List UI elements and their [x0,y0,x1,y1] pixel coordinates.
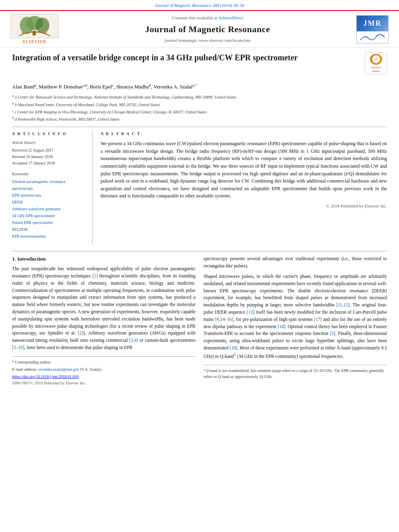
keyword-1: Electron paramagnetic resonance spectros… [12,178,86,192]
introduction-left-column: 1. Introduction The past sesquidecade ha… [12,255,195,386]
ref-13[interactable]: [13] [247,310,254,314]
elsevier-logo-image [10,14,59,38]
keyword-link-1[interactable]: Electron paramagnetic resonance spectros… [12,179,66,191]
ref-11-12[interactable]: [11,12] [336,302,350,307]
keyword-link-4[interactable]: Arbitrary waveform generator [12,207,61,211]
svg-point-6 [44,31,47,33]
copyright-footer: 1090-7807/© 2018 Published by Elsevier I… [12,380,195,386]
ref-5-10[interactable]: [5–10] [12,345,25,350]
introduction-heading: 1. Introduction [12,255,195,263]
journal-header-center: Contents lists available at ScienceDirec… [63,15,352,44]
abstract-column: A B S T R A C T We present a 34 GHz cont… [101,131,387,245]
check-circle-icon: ✓ [370,54,382,64]
intro-right-paragraph-2: Shaped microwave pulses, in which the ca… [204,273,387,360]
ref-19[interactable]: [19] [230,345,237,350]
sciencedirect-prefix: Contents lists available at [172,15,217,20]
keyword-link-3[interactable]: DEER [12,200,23,204]
footnote-area-right: ¹ Q band is not standardized, but common… [204,365,387,380]
keywords-list: Electron paramagnetic resonance spectros… [12,178,86,240]
ref-2[interactable]: [2] [78,331,83,335]
article-container: Integration of a versatile bridge concep… [0,47,399,394]
sciencedirect-line: Contents lists available at ScienceDirec… [67,15,348,21]
article-history-group: Article history: Received 25 August 2017… [12,140,86,166]
abstract-text: We present a 34 GHz continuous wave (CW)… [101,140,387,200]
ref-1[interactable]: [1] [93,273,98,278]
affiliation-a: a a Center for Nanoscale Science and Tec… [12,94,387,100]
abstract-label: A B S T R A C T [101,131,387,137]
keyword-link-8[interactable]: EPR instrumentation [12,234,46,238]
doi-link[interactable]: https://doi.org/10.1016/j.jmr.2018.01.01… [12,374,195,380]
keyword-link-2[interactable]: EPR spectroscopy [12,193,41,197]
revised-date: Revised 16 January 2018 [12,154,86,160]
journal-banner: Journal of Magnetic Resonance 288 (2018)… [0,0,399,11]
ref-18[interactable]: [18] [278,324,285,329]
jmr-logo-bottom [357,31,388,43]
svg-point-3 [35,18,49,33]
jmr-logo-area: JMR [352,15,393,43]
jmr-logo-top: JMR [357,16,388,31]
article-info-column: A R T I C L E I N F O Article history: R… [12,131,93,245]
check-circle-inner: ✓ [372,55,380,63]
svg-rect-4 [33,31,36,35]
journal-header: ELSEVIER Contents lists available at Sci… [0,11,399,48]
keyword-5: 34 GHz EPR spectrometer [12,212,86,219]
keyword-link-7[interactable]: PELDOR [12,227,28,232]
abstract-copyright: © 2018 Published by Elsevier Inc. [101,203,387,210]
section-divider [12,251,387,251]
main-content-columns: 1. Introduction The past sesquidecade ha… [12,255,387,386]
intro-right-paragraph-1: spectroscopy presents several advantages… [204,255,387,270]
accepted-date: Accepted 17 January 2018 [12,160,86,166]
elsevier-logo-area: ELSEVIER [6,14,63,45]
keyword-link-5[interactable]: 34 GHz EPR spectrometer [12,214,55,218]
affiliation-c: c c Center for EPR Imaging in Vivo Physi… [12,109,387,115]
journal-homepage: journal homepage: www.elsevier.com/locat… [67,37,348,44]
introduction-right-column: spectroscopy presents several advantages… [204,255,387,386]
keyword-7: PELDOR [12,226,86,233]
article-title: Integration of a versatile bridge concep… [12,52,360,63]
email-link[interactable]: veronika.szalai@nist.gov [38,367,79,372]
keyword-link-6[interactable]: Pulsed EPR spectrometer [12,220,53,225]
ref-17[interactable]: [17] [314,317,322,322]
sciencedirect-link[interactable]: ScienceDirect [218,15,243,20]
keywords-label: Keywords: [12,171,86,177]
keyword-6: Pulsed EPR spectrometer [12,219,86,226]
journal-title: Journal of Magnetic Resonance [67,23,348,36]
keywords-group: Keywords: Electron paramagnetic resonanc… [12,171,86,240]
elsevier-wordmark: ELSEVIER [23,39,47,45]
keyword-4: Arbitrary waveform generator [12,205,86,212]
article-body-columns: A R T I C L E I N F O Article history: R… [12,127,387,245]
authors-line: Alan Banda, Matthew P. Donohuea,b, Boris… [12,82,387,91]
footnote-1-text: ¹ Q band is not standardized, but common… [204,368,387,380]
email-footnote: E-mail address: veronika.szalai@nist.gov… [12,366,195,372]
jmr-abbreviation: JMR [364,18,382,29]
footnote-area: * Corresponding author. E-mail address: … [12,356,195,386]
corresponding-author-note: * Corresponding author. [12,359,195,365]
check-updates-label: Check for updates [366,66,385,73]
ref-3-4[interactable]: [3,4] [129,338,138,343]
introduction-paragraph-1: The past sesquidecade has witnessed wide… [12,265,195,351]
affiliation-b: b b Maryland NanoCenter, University of M… [12,101,387,108]
affiliation-d: d d Poolesville High School, Poolesville… [12,116,387,122]
ref-6-14-16[interactable]: [6,14–16] [215,317,233,322]
keyword-8: EPR instrumentation [12,233,86,240]
article-history-label: Article history: [12,140,86,146]
svg-point-5 [22,32,24,34]
affiliations: a a Center for Nanoscale Science and Tec… [12,94,387,122]
doi-anchor[interactable]: https://doi.org/10.1016/j.jmr.2018.01.01… [12,374,78,379]
jmr-logo-box: JMR [356,15,389,43]
article-title-section: Integration of a versatile bridge concep… [12,52,387,78]
keyword-2: EPR spectroscopy [12,192,86,199]
article-info-label: A R T I C L E I N F O [12,131,86,137]
keyword-3: DEER [12,199,86,205]
elsevier-logo: ELSEVIER [6,14,63,45]
received-date: Received 25 August 2017 [12,147,86,154]
check-for-updates-badge: ✓ Check for updates [365,52,387,74]
ref-3[interactable]: [3] [330,331,335,336]
banner-text: Journal of Magnetic Resonance 288 (2018)… [155,3,244,8]
